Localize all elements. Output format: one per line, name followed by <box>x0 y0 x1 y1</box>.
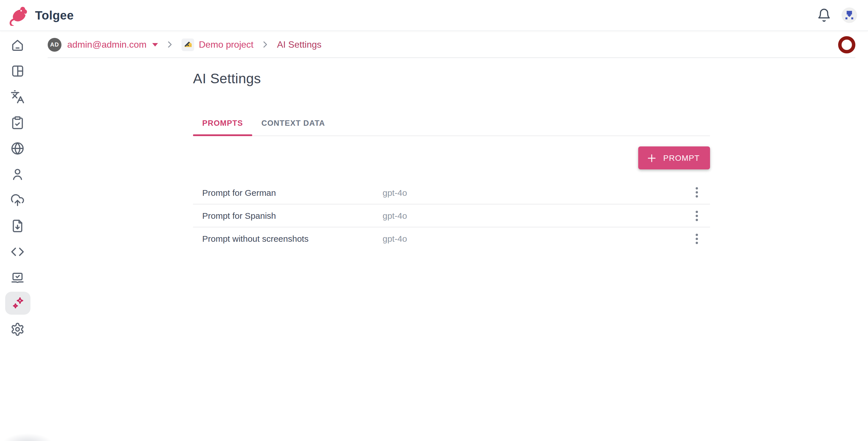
sidebar-item-export[interactable] <box>6 188 29 211</box>
prompt-menu-kebab-icon[interactable] <box>688 184 706 201</box>
app-window: Tolgee <box>0 0 868 441</box>
translate-languages-icon <box>10 89 25 104</box>
import-file-download-icon <box>10 219 25 233</box>
ai-sparkles-icon <box>10 296 25 311</box>
chevron-right-icon <box>260 40 270 50</box>
prompt-row[interactable]: Prompt without screenshots gpt-4o <box>193 227 710 250</box>
sidebar-item-ai[interactable] <box>5 292 30 315</box>
page-title: AI Settings <box>193 71 710 87</box>
prompt-menu-kebab-icon[interactable] <box>688 207 706 224</box>
breadcrumb: AD admin@admin.com Demo project <box>35 31 868 58</box>
prompt-model: gpt-4o <box>382 187 407 197</box>
developer-code-icon <box>10 244 25 259</box>
top-bar: Tolgee <box>0 0 868 31</box>
prompt-list: Prompt for German gpt-4o Prompt for Span… <box>193 181 710 250</box>
prompt-model: gpt-4o <box>382 211 407 220</box>
ai-settings-page: AI Settings PROMPTS CONTEXT DATA PROMPT <box>193 58 710 250</box>
prompt-model: gpt-4o <box>382 234 407 244</box>
add-prompt-button-label: PROMPT <box>663 153 700 162</box>
breadcrumb-user-email: admin@admin.com <box>67 39 147 50</box>
prompt-menu-kebab-icon[interactable] <box>688 230 706 247</box>
sidebar-item-dashboard[interactable] <box>6 59 29 82</box>
breadcrumb-project-link[interactable]: Demo project <box>199 39 253 50</box>
plus-icon <box>646 153 657 163</box>
sidebar-item-translations[interactable] <box>6 85 29 108</box>
notifications-bell-button[interactable] <box>817 8 831 22</box>
project-cheese-icon <box>182 38 194 51</box>
members-user-icon <box>10 167 25 181</box>
tab-bar: PROMPTS CONTEXT DATA <box>193 110 710 136</box>
dashboard-layout-icon <box>10 63 25 78</box>
topbar-actions <box>817 7 857 23</box>
tasks-clipboard-check-icon <box>10 115 25 129</box>
settings-gear-icon <box>10 322 25 336</box>
actions-row: PROMPT <box>193 147 710 169</box>
prompt-row[interactable]: Prompt for Spanish gpt-4o <box>193 204 710 227</box>
home-icon <box>10 38 25 52</box>
prompt-name: Prompt without screenshots <box>202 234 382 244</box>
sidebar-item-members[interactable] <box>6 162 29 186</box>
prompt-row[interactable]: Prompt for German gpt-4o <box>193 181 710 204</box>
chevron-down-icon <box>152 43 158 46</box>
project-sidebar <box>0 31 35 441</box>
prompt-name: Prompt for German <box>202 187 382 197</box>
add-prompt-button[interactable]: PROMPT <box>638 147 710 169</box>
chevron-right-icon <box>165 40 175 50</box>
sidebar-item-import[interactable] <box>6 214 29 237</box>
sidebar-item-tasks[interactable] <box>6 111 29 134</box>
usage-progress-ring[interactable] <box>838 36 855 53</box>
prompt-name: Prompt for Spanish <box>202 211 382 220</box>
integrate-laptop-check-icon <box>10 270 25 285</box>
globe-languages-icon <box>10 141 25 155</box>
user-initials-avatar[interactable]: AD <box>48 38 61 52</box>
tolgee-logo[interactable]: Tolgee <box>9 5 74 26</box>
content-area: AD admin@admin.com Demo project <box>35 31 868 441</box>
logo-wordmark: Tolgee <box>35 8 74 22</box>
tolgee-mouse-icon <box>9 5 30 26</box>
sidebar-item-developer[interactable] <box>6 240 29 263</box>
app-shell: AD admin@admin.com Demo project <box>0 31 868 441</box>
sidebar-item-languages[interactable] <box>6 137 29 160</box>
tab-prompts[interactable]: PROMPTS <box>193 110 252 135</box>
tab-context-data[interactable]: CONTEXT DATA <box>252 110 334 135</box>
sidebar-item-settings[interactable] <box>6 318 29 341</box>
user-avatar-identicon[interactable] <box>842 7 857 23</box>
sidebar-item-integrate[interactable] <box>6 266 29 289</box>
breadcrumb-current-page: AI Settings <box>277 39 321 50</box>
sidebar-item-home[interactable] <box>6 33 29 56</box>
export-cloud-upload-icon <box>10 193 25 207</box>
breadcrumb-user-menu[interactable]: admin@admin.com <box>67 39 158 50</box>
